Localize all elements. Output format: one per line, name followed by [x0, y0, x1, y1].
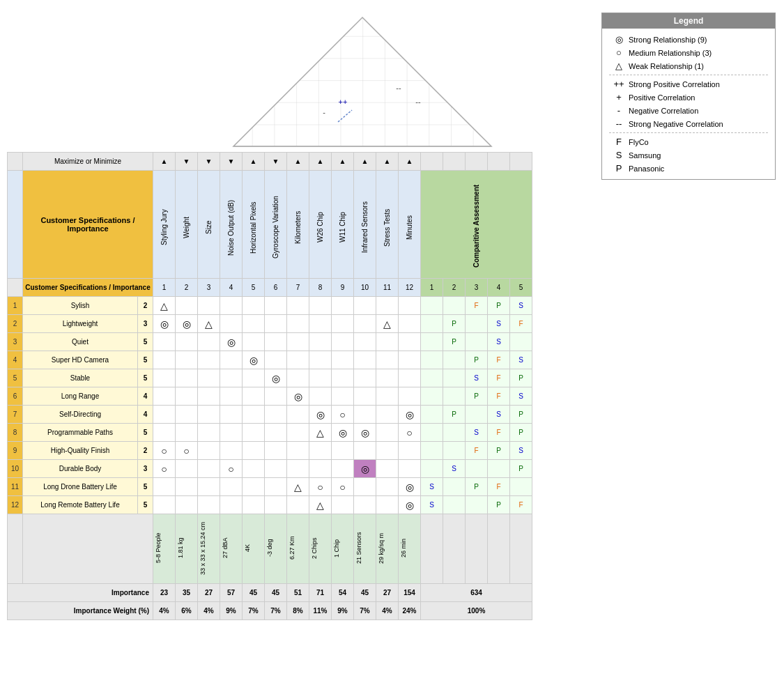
comp-6-3: S [488, 406, 510, 424]
comp-7-1 [443, 424, 466, 442]
eng-header-col-5: Gyroscope Variation [265, 171, 287, 279]
matrix-11-8 [332, 496, 354, 514]
matrix-2-6 [287, 333, 309, 351]
matrix-5-10 [376, 387, 399, 406]
matrix-7-8: ◎ [332, 424, 354, 442]
matrix-0-1 [176, 297, 198, 315]
matrix-3-10 [376, 351, 399, 369]
matrix-0-0: △ [153, 297, 176, 315]
matrix-5-8 [332, 387, 354, 406]
maxmin-comp-0 [421, 153, 443, 171]
bottom-spec-6: 6.27 Km [287, 514, 309, 584]
matrix-2-10 [376, 333, 399, 351]
matrix-5-1 [176, 387, 198, 406]
maxmin-comp-2 [466, 153, 488, 171]
comp-num-4: 5 [510, 279, 532, 297]
comp-0-3: P [488, 297, 510, 315]
matrix-6-9 [354, 406, 376, 424]
matrix-6-5 [265, 406, 287, 424]
matrix-4-0 [153, 369, 176, 387]
legend-symbol-1: ○ [609, 47, 629, 58]
matrix-10-1 [176, 478, 198, 496]
comp-assessment-header: Comparitive Assessment [421, 171, 532, 279]
bottom-label [23, 514, 153, 584]
matrix-4-2 [198, 369, 220, 387]
matrix-5-7 [309, 387, 332, 406]
bottom-spec-5: -3 deg [265, 514, 287, 584]
comp-10-3: F [488, 478, 510, 496]
matrix-6-11: ◎ [399, 406, 421, 424]
row-imp-5: 4 [138, 387, 153, 406]
matrix-5-5 [265, 387, 287, 406]
matrix-11-7: △ [309, 496, 332, 514]
bottom-spec-1: 1.81 kg [176, 514, 198, 584]
iw-val-7: 11% [309, 602, 332, 620]
matrix-8-7 [309, 442, 332, 460]
eng-num-0: 1 [153, 279, 176, 297]
legend-symbol-2: △ [609, 61, 629, 71]
comp-11-3: P [488, 496, 510, 514]
matrix-10-6: △ [287, 478, 309, 496]
matrix-1-6 [287, 315, 309, 333]
matrix-8-1: ○ [176, 442, 198, 460]
maxmin-row: Maximize or Minimize▲▼▼▼▲▼▲▲▲▲▲▲ [8, 153, 532, 171]
comp-5-3: F [488, 387, 510, 406]
data-row-4: 5Stable5◎SFP [8, 369, 532, 387]
row-imp-8: 2 [138, 442, 153, 460]
matrix-9-9: ◎ [354, 460, 376, 478]
comp-11-0: S [421, 496, 443, 514]
matrix-8-8 [332, 442, 354, 460]
row-num-7: 8 [8, 424, 23, 442]
legend-label-1: Medium Relationship (3) [629, 49, 712, 57]
matrix-4-1 [176, 369, 198, 387]
importance-val-2: 27 [198, 584, 220, 602]
matrix-1-10: △ [376, 315, 399, 333]
row-num-11: 12 [8, 496, 23, 514]
matrix-7-6 [287, 424, 309, 442]
matrix-5-11 [399, 387, 421, 406]
row-name-7: Programmable Paths [23, 424, 138, 442]
iw-total: 100% [421, 602, 532, 620]
matrix-8-6 [287, 442, 309, 460]
matrix-7-2 [198, 424, 220, 442]
comp-1-0 [421, 315, 443, 333]
bottom-spec-8: 1 Chip [332, 514, 354, 584]
row-num-9: 10 [8, 460, 23, 478]
matrix-11-5 [265, 496, 287, 514]
matrix-8-5 [265, 442, 287, 460]
matrix-7-0 [153, 424, 176, 442]
importance-label: Importance [8, 584, 153, 602]
legend-label-0: Strong Relationship (9) [629, 36, 707, 44]
row-num-5: 6 [8, 387, 23, 406]
legend: Legend ◎Strong Relationship (9)○Medium R… [601, 13, 776, 180]
matrix-8-2 [198, 442, 220, 460]
matrix-3-2 [198, 351, 220, 369]
comp-5-4: S [510, 387, 532, 406]
eng-num-1: 2 [176, 279, 198, 297]
maxmin-col-4: ▲ [243, 153, 265, 171]
data-row-8: 9High-Quality Finish2○○FPS [8, 442, 532, 460]
comp-1-2 [466, 315, 488, 333]
legend-item-7: FFlyCo [609, 135, 768, 148]
iw-val-1: 6% [176, 602, 198, 620]
comp-10-2: P [466, 478, 488, 496]
matrix-6-8: ○ [332, 406, 354, 424]
eng-header-col-11: Minutes [399, 171, 421, 279]
legend-item-4: +Positive Correlation [609, 91, 768, 104]
eng-num-2: 3 [198, 279, 220, 297]
eng-header-col-4: Horizontal Pixels [243, 171, 265, 279]
matrix-4-6 [287, 369, 309, 387]
matrix-3-1 [176, 351, 198, 369]
eng-header-col-1: Weight [176, 171, 198, 279]
eng-header-col-7: W26 Chip [309, 171, 332, 279]
data-row-2: 3Quiet5◎PS [8, 333, 532, 351]
maxmin-comp-3 [488, 153, 510, 171]
legend-symbol-4: + [609, 92, 629, 102]
bottom-spec-2: 33 x 33 x 15.24 cm [198, 514, 220, 584]
matrix-4-3 [220, 369, 243, 387]
matrix-5-3 [220, 387, 243, 406]
row-name-11: Long Remote Battery Life [23, 496, 138, 514]
matrix-10-4 [243, 478, 265, 496]
legend-label-3: Strong Positive Correlation [629, 80, 720, 88]
matrix-10-9 [354, 478, 376, 496]
